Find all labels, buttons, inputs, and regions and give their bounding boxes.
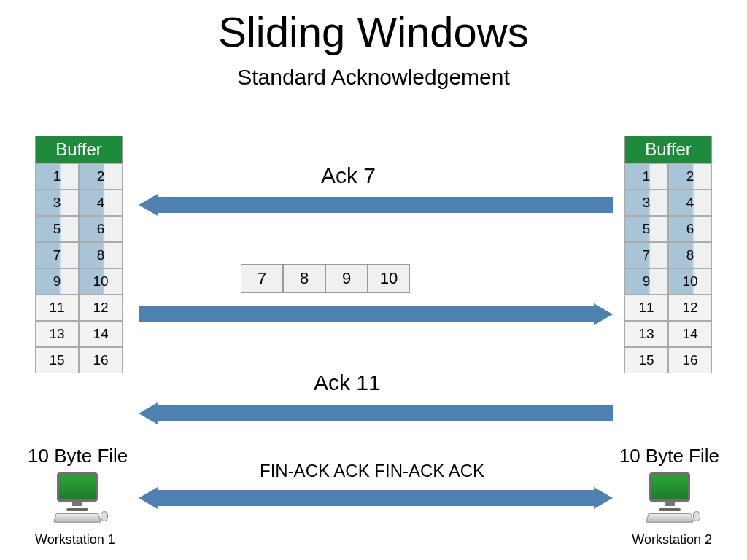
buffer-cell: 2 [79, 163, 123, 190]
buffer-cell: 1 [35, 163, 79, 190]
buffer-cell: 5 [624, 216, 668, 242]
buffer-cell: 16 [668, 347, 712, 373]
buffer-cell: 14 [668, 321, 712, 347]
packet-cell: 10 [368, 264, 410, 293]
packets-arrow [139, 303, 613, 325]
buffer-cell: 13 [35, 321, 79, 347]
buffer-cell: 6 [668, 216, 712, 242]
packet-cell: 7 [241, 264, 283, 293]
buffer-right-grid: 12345678910111213141516 [624, 163, 712, 373]
ack7-arrow [139, 194, 613, 216]
buffer-cell: 4 [668, 190, 712, 216]
workstation1-label: Workstation 1 [35, 532, 115, 548]
buffer-left: Buffer 12345678910111213141516 [35, 136, 123, 373]
ack11-label: Ack 11 [314, 370, 381, 395]
buffer-cell: 3 [35, 190, 79, 216]
buffer-cell: 7 [35, 242, 79, 268]
buffer-left-header: Buffer [35, 136, 123, 163]
buffer-cell: 6 [79, 216, 123, 242]
packet-cell: 8 [283, 264, 325, 293]
buffer-cell: 7 [624, 242, 668, 268]
buffer-cell: 8 [668, 242, 712, 268]
finack-label: FIN-ACK ACK FIN-ACK ACK [219, 461, 525, 481]
buffer-cell: 12 [668, 295, 712, 321]
buffer-cell: 9 [35, 268, 79, 295]
buffer-cell: 15 [35, 347, 79, 373]
buffer-cell: 12 [79, 295, 123, 321]
buffer-cell: 5 [35, 216, 79, 242]
slide-title: Sliding Windows [0, 7, 747, 56]
buffer-cell: 4 [79, 190, 123, 216]
finack-arrow [139, 487, 613, 509]
slide-subtitle: Standard Acknowledgement [0, 65, 747, 90]
buffer-cell: 2 [668, 163, 712, 190]
buffer-cell: 15 [624, 347, 668, 373]
buffer-cell: 10 [668, 268, 712, 295]
file-label-left: 10 Byte File [28, 445, 128, 467]
buffer-right: Buffer 12345678910111213141516 [624, 136, 712, 373]
buffer-cell: 11 [35, 295, 79, 321]
buffer-cell: 10 [79, 268, 123, 295]
buffer-cell: 1 [624, 163, 668, 190]
buffer-left-grid: 12345678910111213141516 [35, 163, 123, 373]
buffer-right-header: Buffer [624, 136, 712, 163]
buffer-cell: 11 [624, 295, 668, 321]
buffer-cell: 3 [624, 190, 668, 216]
workstation1-icon [53, 472, 102, 523]
buffer-cell: 14 [79, 321, 123, 347]
packet-cell: 9 [325, 264, 368, 293]
workstation2-label: Workstation 2 [632, 532, 712, 548]
packet-row: 78910 [241, 264, 410, 293]
ack11-arrow [139, 402, 613, 424]
file-label-right: 10 Byte File [619, 445, 719, 467]
ack7-label: Ack 7 [321, 163, 376, 188]
buffer-cell: 8 [79, 242, 123, 268]
workstation2-icon [645, 472, 694, 523]
buffer-cell: 16 [79, 347, 123, 373]
buffer-cell: 9 [624, 268, 668, 295]
buffer-cell: 13 [624, 321, 668, 347]
